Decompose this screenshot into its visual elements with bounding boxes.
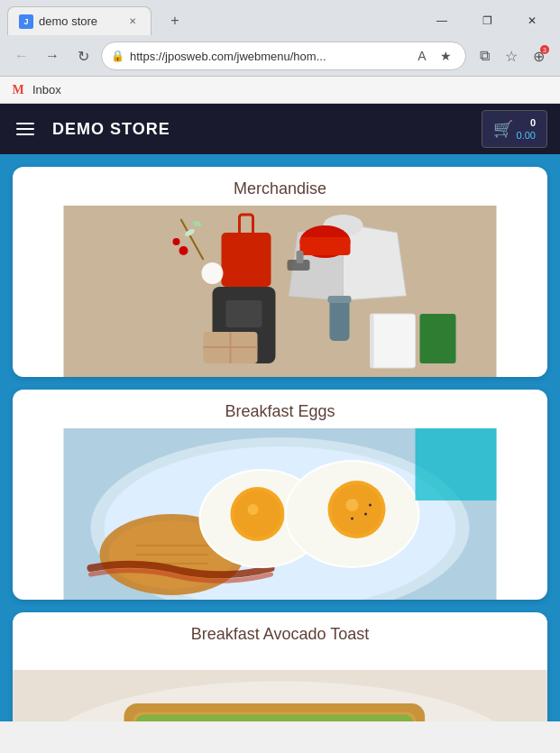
lock-icon: 🔒 [111, 50, 124, 62]
bookmark-star-icon[interactable]: ★ [435, 45, 456, 67]
toolbar-icons: ⧉ ☆ ⊕ 3 [472, 43, 551, 69]
svg-rect-9 [371, 314, 374, 368]
inbox-link[interactable]: Inbox [32, 83, 61, 96]
maximize-button[interactable]: ❐ [466, 8, 508, 33]
cart-total: 0.00 [517, 129, 536, 142]
hamburger-line-1 [16, 123, 34, 124]
title-bar: J demo store ✕ + — ❐ ✕ [0, 0, 560, 36]
category-card-eggs[interactable]: Breakfast Eggs [13, 390, 547, 600]
category-card-merchandise[interactable]: Merchandise [13, 167, 547, 377]
svg-point-43 [351, 518, 353, 520]
browser-chrome: J demo store ✕ + — ❐ ✕ ← → ↻ 🔒 https://j… [0, 0, 560, 77]
svg-point-35 [234, 491, 281, 537]
category-image-avocado [13, 651, 547, 721]
svg-point-17 [173, 238, 180, 245]
category-image-eggs [13, 428, 547, 600]
category-title-merchandise: Merchandise [13, 167, 547, 206]
reload-button[interactable]: ↻ [70, 43, 96, 69]
active-tab[interactable]: J demo store ✕ [7, 6, 151, 35]
url-actions: A ★ [411, 45, 456, 67]
url-text: https://jposweb.com/jwebmenu/hom... [130, 50, 406, 63]
svg-rect-10 [420, 314, 456, 363]
cart-button[interactable]: 🛒 0 0.00 [482, 110, 547, 149]
svg-point-41 [346, 499, 359, 511]
app-area: DEMO STORE 🛒 0 0.00 Merchandise [0, 104, 560, 721]
cart-info: 0 0.00 [517, 116, 536, 142]
extensions-icon[interactable]: ⊕ 3 [526, 43, 551, 69]
svg-rect-2 [222, 233, 271, 287]
close-button[interactable]: ✕ [511, 8, 553, 33]
category-card-avocado[interactable]: Breakfast Avocado Toast [13, 612, 547, 721]
url-box[interactable]: 🔒 https://jposweb.com/jwebmenu/hom... A … [101, 41, 466, 70]
window-controls: — ❐ ✕ [421, 8, 553, 33]
hamburger-line-3 [16, 133, 34, 135]
cart-count: 0 [530, 116, 536, 129]
tab-close-button[interactable]: ✕ [125, 14, 140, 29]
svg-point-40 [332, 484, 382, 535]
svg-point-16 [179, 246, 188, 255]
tab-grid-icon[interactable]: ⧉ [472, 43, 497, 69]
svg-point-36 [248, 504, 259, 515]
category-image-merchandise [13, 206, 547, 377]
address-bar: ← → ↻ 🔒 https://jposweb.com/jwebmenu/hom… [0, 36, 560, 76]
back-button[interactable]: ← [9, 43, 34, 69]
gmail-icon: M [9, 83, 27, 97]
category-title-avocado: Breakfast Avocado Toast [13, 612, 547, 651]
svg-point-42 [364, 513, 367, 516]
hamburger-line-2 [16, 128, 34, 130]
store-title: DEMO STORE [52, 120, 482, 139]
svg-rect-19 [328, 296, 352, 303]
svg-rect-7 [300, 237, 351, 255]
tab-favicon: J [19, 14, 33, 29]
gmail-bar: M Inbox [0, 77, 560, 104]
content-area[interactable]: Merchandise [0, 154, 560, 721]
forward-button[interactable]: → [40, 43, 65, 69]
notification-badge: 3 [540, 45, 549, 54]
minimize-button[interactable]: — [421, 8, 463, 33]
bookmark-icon[interactable]: ☆ [499, 43, 524, 69]
translate-icon[interactable]: A [411, 45, 433, 67]
svg-rect-8 [371, 314, 416, 368]
svg-rect-5 [226, 300, 262, 327]
svg-point-44 [369, 504, 372, 507]
svg-rect-45 [416, 428, 497, 500]
svg-point-20 [202, 262, 224, 284]
app-header: DEMO STORE 🛒 0 0.00 [0, 104, 560, 154]
tab-label: demo store [39, 14, 97, 28]
new-tab-button[interactable]: + [162, 8, 188, 33]
hamburger-menu-button[interactable] [13, 119, 38, 139]
category-title-eggs: Breakfast Eggs [13, 390, 547, 428]
svg-rect-50 [135, 714, 414, 721]
svg-rect-12 [297, 251, 304, 263]
cart-icon: 🛒 [493, 119, 513, 139]
